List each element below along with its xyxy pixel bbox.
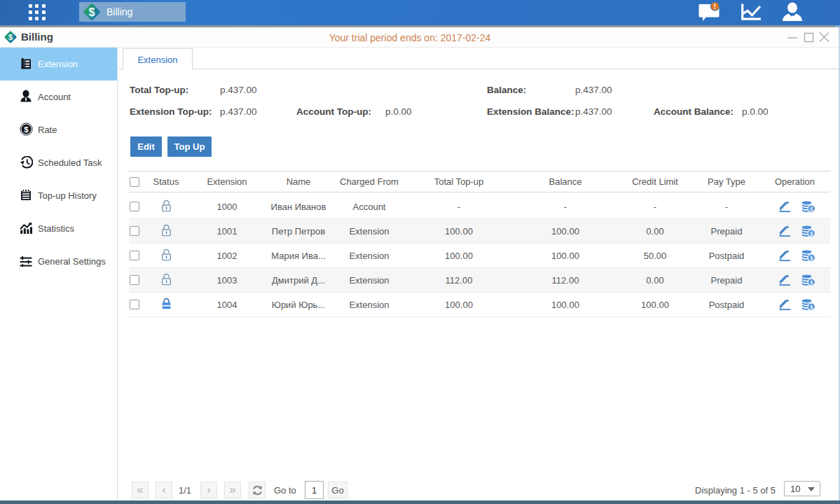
svg-text:$: $ [810,254,813,261]
svg-text:$: $ [810,279,813,286]
svg-text:$: $ [24,125,29,134]
svg-text:$: $ [810,230,813,237]
svg-text:!: ! [714,3,716,10]
svg-text:$: $ [810,205,813,212]
svg-text:$: $ [89,6,95,18]
svg-text:$: $ [810,303,813,310]
